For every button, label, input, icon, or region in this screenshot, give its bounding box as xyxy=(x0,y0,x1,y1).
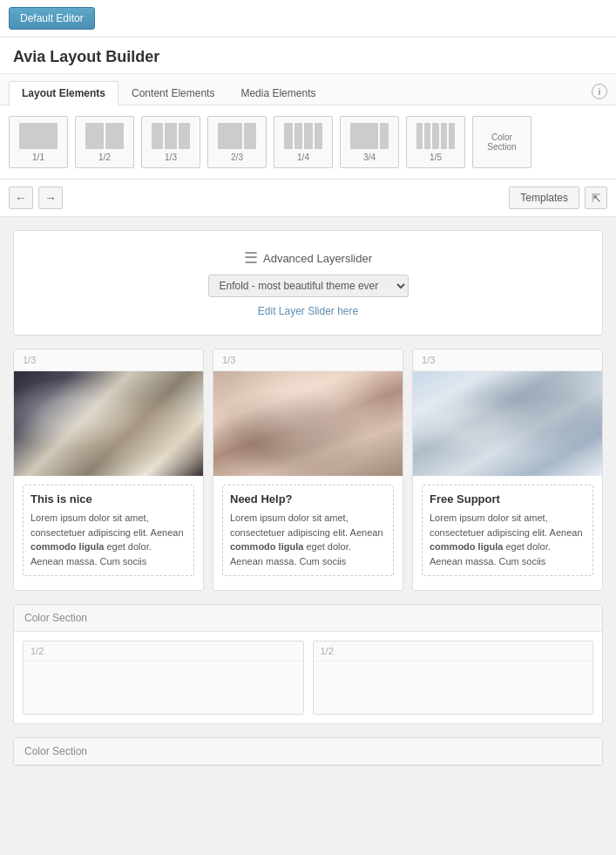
templates-button[interactable]: Templates xyxy=(509,187,579,209)
half-col-body-1-2 xyxy=(314,662,593,714)
layout-item-1-5[interactable]: 1/5 xyxy=(406,116,465,168)
toolbar-right: Templates ⇱ xyxy=(509,187,607,209)
top-bar: Default Editor xyxy=(0,0,616,37)
layout-item-1-2[interactable]: 1/2 xyxy=(75,116,134,168)
toolbar-left: ← → xyxy=(9,187,63,209)
toolbar-row: ← → Templates ⇱ xyxy=(0,180,616,217)
col-block-2: 1/3 Need Help? Lorem ipsum dolor sit ame… xyxy=(213,349,403,591)
layerslider-icon-row: ☰ Advanced Layerslider xyxy=(31,248,585,268)
col-image-2 xyxy=(213,371,403,476)
builder-canvas: ☰ Advanced Layerslider Enfold - most bea… xyxy=(0,217,616,792)
content-text-2: Lorem ipsum dolor sit amet, consectetuer… xyxy=(230,511,386,568)
col-header-3: 1/3 xyxy=(413,349,602,371)
tab-layout-elements[interactable]: Layout Elements xyxy=(9,81,118,105)
layout-label-1-1: 1/1 xyxy=(32,153,44,162)
layout-label-1-2: 1/2 xyxy=(98,153,111,162)
col-image-1 xyxy=(14,371,203,476)
col-header-1: 1/3 xyxy=(14,349,203,371)
fullscreen-button[interactable]: ⇱ xyxy=(585,187,607,209)
layout-item-1-3[interactable]: 1/3 xyxy=(141,116,200,168)
content-title-1: This is nice xyxy=(30,492,186,506)
content-title-2: Need Help? xyxy=(230,492,386,506)
content-text-1: Lorem ipsum dolor sit amet, consectetuer… xyxy=(30,511,186,568)
col-content-3: Free Support Lorem ipsum dolor sit amet,… xyxy=(413,476,602,590)
info-icon[interactable]: i xyxy=(592,84,607,99)
layout-label-3-4: 3/4 xyxy=(363,153,376,162)
content-card-2: Need Help? Lorem ipsum dolor sit amet, c… xyxy=(222,485,394,576)
color-section-body-1: 1/2 1/2 xyxy=(14,632,602,723)
col-block-1: 1/3 This is nice Lorem ipsum dolor sit a… xyxy=(13,349,204,591)
layout-item-3-4[interactable]: 3/4 xyxy=(340,116,399,168)
half-col-1-2: 1/2 xyxy=(313,641,594,715)
page-title: Avia Layout Builder xyxy=(0,37,616,74)
half-col-1-1: 1/2 xyxy=(23,641,304,715)
color-section-block-2: Color Section xyxy=(13,737,603,766)
content-card-3: Free Support Lorem ipsum dolor sit amet,… xyxy=(422,485,593,576)
layout-item-color-section[interactable]: ColorSection xyxy=(472,116,531,168)
tab-media-elements[interactable]: Media Elements xyxy=(227,81,328,105)
layerslider-block: ☰ Advanced Layerslider Enfold - most bea… xyxy=(13,230,603,336)
layout-label-1-3: 1/3 xyxy=(165,153,177,162)
main-container: Avia Layout Builder Layout Elements Cont… xyxy=(0,37,616,792)
col-content-1: This is nice Lorem ipsum dolor sit amet,… xyxy=(14,476,203,590)
default-editor-button[interactable]: Default Editor xyxy=(9,7,95,30)
color-section-header-1: Color Section xyxy=(14,605,602,632)
undo-button[interactable]: ← xyxy=(9,187,33,209)
col-content-2: Need Help? Lorem ipsum dolor sit amet, c… xyxy=(213,476,403,590)
content-text-3: Lorem ipsum dolor sit amet, consectetuer… xyxy=(430,511,586,568)
col-image-3 xyxy=(413,371,602,476)
layerslider-icon: ☰ xyxy=(244,248,258,268)
half-col-header-1-2: 1/2 xyxy=(314,641,593,662)
col-header-2: 1/3 xyxy=(213,349,403,371)
layout-label-2-3: 2/3 xyxy=(231,153,243,162)
tabs-left: Layout Elements Content Elements Media E… xyxy=(9,81,328,105)
layerslider-title: Advanced Layerslider xyxy=(263,252,372,265)
layout-item-1-4[interactable]: 1/4 xyxy=(274,116,333,168)
redo-button[interactable]: → xyxy=(38,187,63,209)
layerslider-select[interactable]: Enfold - most beautiful theme ever xyxy=(208,275,409,297)
content-card-1: This is nice Lorem ipsum dolor sit amet,… xyxy=(23,485,194,576)
color-section-header-2: Color Section xyxy=(14,738,602,765)
half-col-body-1-1 xyxy=(24,662,303,714)
content-title-3: Free Support xyxy=(430,492,586,506)
half-col-header-1-1: 1/2 xyxy=(24,641,303,662)
layout-item-2-3[interactable]: 2/3 xyxy=(207,116,267,168)
layout-elements-panel: 1/1 1/2 1/3 2/3 1/4 3/4 1/5 xyxy=(0,105,616,180)
layout-label-1-4: 1/4 xyxy=(297,153,309,162)
layout-label-1-5: 1/5 xyxy=(430,153,442,162)
layout-item-1-1[interactable]: 1/1 xyxy=(9,116,68,168)
three-col-section: 1/3 This is nice Lorem ipsum dolor sit a… xyxy=(13,349,603,591)
tab-content-elements[interactable]: Content Elements xyxy=(118,81,227,105)
color-section-block-1: Color Section 1/2 1/2 xyxy=(13,604,603,724)
col-block-3: 1/3 Free Support Lorem ipsum dolor sit a… xyxy=(412,349,603,591)
layerslider-edit-link[interactable]: Edit Layer Slider here xyxy=(258,305,358,317)
color-section-label: ColorSection xyxy=(487,132,516,152)
tabs-bar: Layout Elements Content Elements Media E… xyxy=(0,74,616,105)
